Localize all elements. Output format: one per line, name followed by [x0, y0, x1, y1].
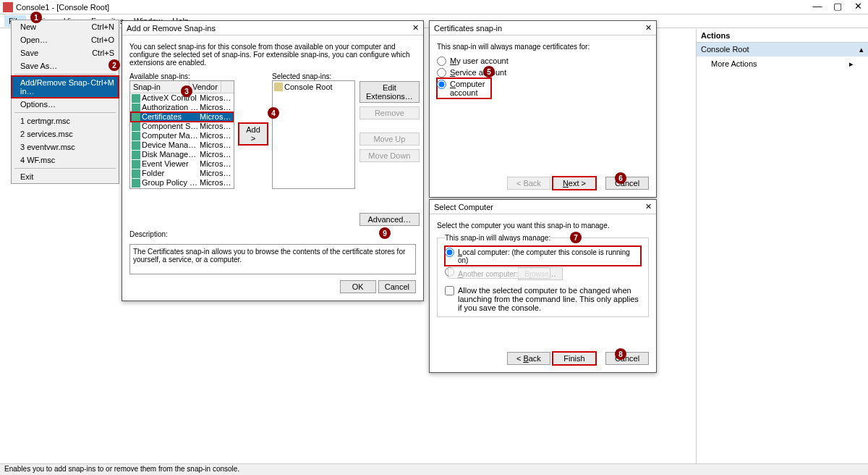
advanced-button[interactable]: Advanced…	[359, 213, 420, 226]
step-badge-1: 1	[30, 12, 42, 23]
menu-item-recent-3[interactable]: 3 eventvwr.msc	[12, 140, 119, 154]
step-badge-8: 8	[615, 348, 626, 360]
menu-item-open[interactable]: Open…Ctrl+O	[12, 33, 119, 46]
menu-item-addremove-snapin[interactable]: Add/Remove Snap-in…Ctrl+M	[12, 76, 119, 98]
dialog-close-icon[interactable]: ✕	[412, 23, 419, 33]
snapin-row[interactable]: Device ManagerMicrosoft Cor…	[130, 140, 234, 150]
add-button[interactable]: Add >	[239, 123, 268, 145]
edit-extensions-button[interactable]: Edit Extensions…	[359, 81, 420, 103]
snapin-row[interactable]: FolderMicrosoft Cor…	[130, 169, 234, 178]
snapin-icon	[132, 160, 140, 169]
folder-icon	[274, 83, 283, 91]
dialog-title: Select Computer	[434, 203, 493, 211]
radio-my-user[interactable]: MMy user accounty user account	[437, 55, 649, 67]
step-badge-3: 3	[181, 85, 192, 97]
back-button: < Back	[507, 177, 550, 190]
menu-item-recent-4[interactable]: 4 WF.msc	[12, 154, 119, 167]
menu-item-options[interactable]: Options…	[12, 98, 119, 111]
manage-group: This snap-in will always manage: Local c…	[437, 234, 649, 317]
cancel-button[interactable]: Cancel	[605, 177, 649, 190]
mmc-icon	[3, 2, 13, 12]
step-badge-7: 7	[570, 232, 582, 243]
dialog-close-icon[interactable]: ✕	[645, 23, 652, 33]
dialog-select-computer: Select Computer ✕ Select the computer yo…	[429, 199, 657, 373]
dialog-add-remove-snapins: Add or Remove Snap-ins ✕ You can select …	[122, 20, 424, 301]
collapse-icon[interactable]: ▴	[859, 45, 864, 54]
available-snapins-list[interactable]: Snap-inVendor ActiveX ControlMicrosoft C…	[129, 80, 234, 189]
snapin-row[interactable]: Authorization ManagerMicrosoft Cor…	[130, 103, 234, 112]
radio-local-computer[interactable]: Local computer: (the computer this conso…	[445, 246, 641, 266]
allow-change-checkbox[interactable]: Allow the selected computer to be change…	[445, 286, 641, 312]
snapin-row[interactable]: Computer Managem…Microsoft Cor…	[130, 131, 234, 140]
chevron-right-icon: ▸	[849, 59, 854, 69]
title-bar: Console1 - [Console Root] — ▢ ✕	[0, 0, 868, 14]
intro-text: Select the computer you want this snap-i…	[437, 222, 649, 230]
snapin-row[interactable]: Group Policy Object …Microsoft Cor…	[130, 178, 234, 188]
available-label: Available snap-ins:	[129, 72, 234, 80]
move-up-button: Move Up	[359, 133, 420, 146]
col-vendor[interactable]: Vendor	[190, 81, 221, 93]
snapin-row[interactable]: Disk ManagementMicrosoft and…	[130, 150, 234, 159]
snapin-row[interactable]: Component ServicesMicrosoft Cor…	[130, 122, 234, 131]
window-title: Console1 - [Console Root]	[16, 3, 807, 12]
actions-pane: Actions Console Root▴ More Actions▸	[696, 29, 868, 463]
snapin-icon	[132, 179, 140, 188]
snapin-icon	[132, 94, 140, 103]
description-text: The Certificates snap-in allows you to b…	[129, 244, 416, 274]
step-badge-9: 9	[379, 227, 391, 239]
actions-root[interactable]: Console Root▴	[697, 43, 868, 56]
dialog-certificates-snapin: Certificates snap-in ✕ This snap-in will…	[429, 20, 657, 198]
intro-text: You can select snap-ins for this console…	[129, 43, 416, 67]
step-badge-6: 6	[615, 172, 626, 184]
menu-item-saveas[interactable]: Save As…	[12, 59, 119, 72]
snapin-icon	[132, 122, 140, 131]
snapin-icon	[132, 169, 140, 178]
snapin-icon	[132, 113, 140, 122]
menu-item-exit[interactable]: Exit	[12, 170, 119, 183]
remove-button: Remove	[359, 106, 420, 119]
dialog-title: Add or Remove Snap-ins	[127, 24, 216, 33]
dialog-close-icon[interactable]: ✕	[645, 202, 652, 211]
ok-button[interactable]: OK	[340, 280, 376, 293]
status-bar: Enables you to add snap-ins to or remove…	[0, 463, 868, 475]
step-badge-2: 2	[109, 59, 120, 71]
menu-item-new[interactable]: NewCtrl+N	[12, 20, 119, 33]
menu-item-save[interactable]: SaveCtrl+S	[12, 46, 119, 59]
snapin-icon	[132, 188, 140, 189]
description-label: Description:	[129, 230, 416, 238]
snapin-icon	[132, 141, 140, 150]
menu-item-recent-2[interactable]: 2 services.msc	[12, 127, 119, 140]
actions-header: Actions	[697, 29, 868, 43]
step-badge-4: 4	[268, 107, 279, 119]
more-actions[interactable]: More Actions▸	[697, 56, 868, 72]
radio-another-computer[interactable]: Another computer: Browse…	[445, 266, 641, 282]
selected-snapins-tree[interactable]: Console Root	[272, 80, 355, 189]
snapin-icon	[132, 132, 140, 140]
snapin-row[interactable]: CertificatesMicrosoft Cor…	[130, 112, 234, 122]
snapin-row[interactable]: Event ViewerMicrosoft Cor…	[130, 159, 234, 169]
move-down-button: Move Down	[359, 149, 420, 162]
radio-service[interactable]: Service account	[437, 67, 649, 78]
intro-text: This snap-in will always manage certific…	[437, 43, 649, 51]
cancel-button[interactable]: Cancel	[605, 352, 649, 365]
step-badge-5: 5	[483, 66, 495, 77]
file-menu-dropdown: NewCtrl+N Open…Ctrl+O SaveCtrl+S Save As…	[11, 20, 119, 184]
snapin-icon	[132, 151, 140, 159]
cancel-button[interactable]: Cancel	[378, 280, 416, 293]
close-button[interactable]: ✕	[848, 0, 868, 14]
maximize-button[interactable]: ▢	[827, 0, 848, 14]
minimize-button[interactable]: —	[807, 0, 827, 14]
menu-item-recent-1[interactable]: 1 certmgr.msc	[12, 114, 119, 127]
snapin-row[interactable]: Hyper-V ManagerMicrosoft Cor…	[130, 188, 234, 189]
another-computer-input	[448, 267, 550, 279]
dialog-title: Certificates snap-in	[434, 24, 502, 33]
snapin-icon	[132, 104, 140, 112]
selected-label: Selected snap-ins:	[272, 72, 355, 80]
finish-button[interactable]: Finish	[553, 352, 596, 365]
back-button[interactable]: < Back	[507, 352, 550, 365]
next-button[interactable]: Next >	[553, 177, 596, 190]
account-radio-group: MMy user accounty user account Service a…	[437, 55, 649, 98]
radio-computer-account[interactable]: Computer account	[437, 78, 491, 98]
